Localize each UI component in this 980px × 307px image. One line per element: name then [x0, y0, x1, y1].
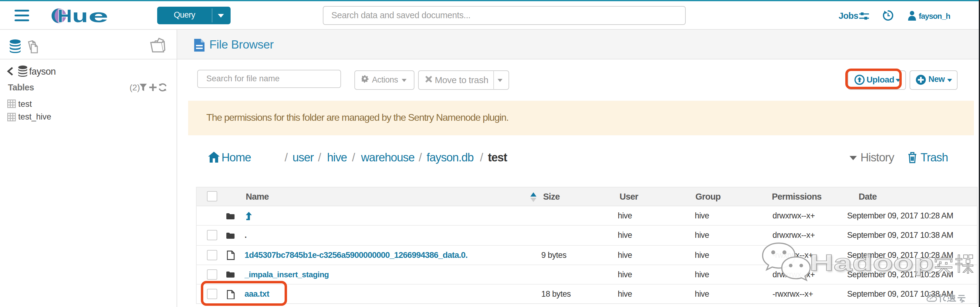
- svg-text:u: u: [72, 8, 88, 23]
- svg-text:e: e: [88, 8, 108, 23]
- svg-text:H: H: [58, 8, 72, 23]
